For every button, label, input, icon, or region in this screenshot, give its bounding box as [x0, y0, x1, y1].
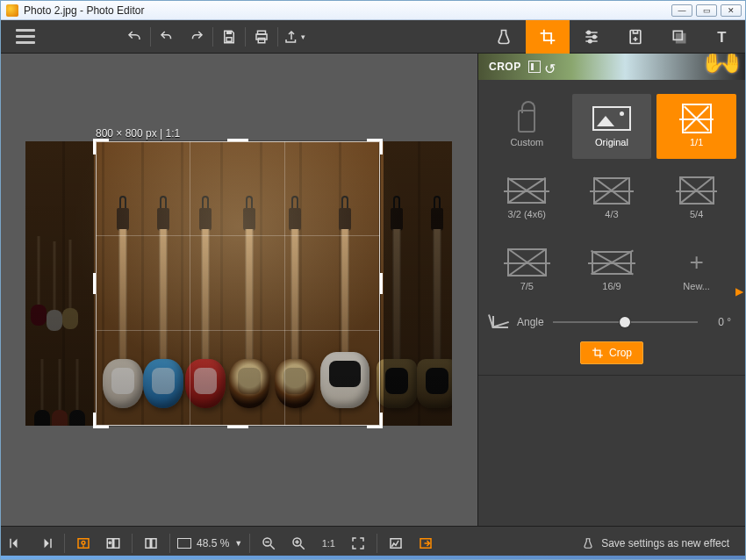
zoom-level-dropdown[interactable]: 48.5 % ▼ [177, 537, 242, 549]
angle-label: Angle [517, 316, 544, 328]
share-menu-button[interactable]: ▾ [280, 24, 309, 50]
window-minimize-button[interactable]: — [671, 4, 692, 17]
ratio-label: 3/2 (4x6) [508, 209, 546, 219]
mode-tab-text[interactable]: T [701, 20, 745, 54]
crop-handle-bl[interactable] [93, 413, 109, 428]
crop-handle-l[interactable] [93, 273, 109, 294]
flask-icon [582, 536, 594, 550]
ratio-tile-16_9[interactable]: 16/9 [572, 238, 652, 303]
app-icon [6, 4, 18, 17]
crop-apply-button[interactable]: Crop [580, 341, 643, 364]
zoom-100-button[interactable]: 1:1 [313, 530, 343, 556]
menu-button[interactable] [1, 20, 50, 53]
crop-handle-t[interactable] [227, 139, 248, 154]
crop-handle-r[interactable] [367, 273, 383, 294]
zoom-level-value: 48.5 % [197, 537, 229, 549]
ratio-tile-7_5[interactable]: 7/5 [487, 238, 567, 303]
undo-all-button[interactable] [120, 24, 148, 50]
ratio-glyph-7_5 [506, 249, 547, 276]
panel-title: CROP [489, 61, 521, 73]
zoom-out-button[interactable] [254, 530, 283, 556]
ratio-glyph-4_3 [592, 177, 632, 204]
ratio-tile-custom[interactable]: Custom [487, 94, 567, 159]
svg-rect-19 [146, 538, 150, 548]
top-toolbar: ▾ [1, 20, 745, 54]
histogram-button[interactable] [381, 530, 411, 556]
zoom-level-icon [177, 538, 191, 549]
crop-handle-tr[interactable] [367, 139, 383, 154]
crop-dimensions-label: 800 × 800 px | 1:1 [96, 127, 180, 140]
canvas-area[interactable]: 800 × 800 px | 1:1 [1, 54, 477, 526]
zoom-in-button[interactable] [283, 530, 313, 556]
window-titlebar: Photo 2.jpg - Photo Editor — ▭ ✕ [1, 1, 745, 20]
ratio-label: 4/3 [605, 209, 618, 219]
svg-point-7 [589, 39, 592, 42]
svg-rect-12 [10, 538, 11, 548]
ratio-tile-3_2[interactable]: 3/2 (4x6) [487, 166, 567, 231]
crop-handle-tl[interactable] [93, 139, 109, 154]
single-view-button[interactable] [68, 530, 98, 556]
panel-expand-arrow[interactable]: ▶ [734, 282, 745, 301]
mode-tab-adjust[interactable] [570, 20, 613, 54]
ratio-glyph-3_2 [506, 177, 547, 204]
ratio-glyph-16_9 [592, 249, 632, 276]
navigator-button[interactable] [411, 530, 441, 556]
redo-button[interactable] [183, 24, 211, 50]
photo[interactable] [25, 141, 452, 426]
ratio-tile-original[interactable]: Original [572, 94, 652, 159]
panel-header: CROP ↺ ✋🤚 [478, 54, 745, 80]
compare-view-button[interactable] [98, 530, 128, 556]
mode-tab-crop[interactable] [526, 20, 570, 54]
side-panel: CROP ↺ ✋🤚 CustomOriginal1/13/2 (4x6)4/35… [477, 54, 745, 526]
panel-header-art: ✋🤚 [701, 54, 738, 75]
ratio-label: New... [683, 281, 710, 291]
bottom-toolbar: 48.5 % ▼ 1:1 Save settings as new effect [1, 526, 745, 559]
ratio-label: Custom [510, 137, 543, 147]
ratio-tile-5_4[interactable]: 5/4 [656, 166, 736, 231]
ratio-glyph-original [592, 105, 632, 132]
svg-point-18 [109, 542, 111, 543]
prev-image-button[interactable] [1, 530, 31, 556]
ratio-label: 16/9 [602, 281, 620, 291]
svg-rect-1 [226, 37, 232, 41]
mode-tab-overlays[interactable] [657, 20, 701, 54]
crop-frame[interactable] [96, 141, 380, 426]
ratio-tile-4_3[interactable]: 4/3 [572, 166, 652, 231]
crop-handle-br[interactable] [367, 413, 383, 428]
zoom-fit-button[interactable] [343, 530, 373, 556]
window-close-button[interactable]: ✕ [721, 4, 742, 17]
angle-slider[interactable] [553, 315, 698, 329]
svg-point-6 [593, 35, 596, 38]
undo-button[interactable] [153, 24, 181, 50]
svg-text:T: T [717, 29, 726, 46]
print-button[interactable] [247, 24, 276, 50]
crop-handle-b[interactable] [227, 413, 248, 428]
ratio-glyph-1_1 [677, 105, 717, 132]
ratio-label: Original [595, 137, 628, 147]
ratio-tile-new[interactable]: +New... [656, 238, 736, 303]
crop-button-label: Crop [609, 347, 632, 359]
svg-rect-0 [226, 31, 232, 34]
split-view-button[interactable] [136, 530, 166, 556]
os-taskbar-strip [1, 556, 745, 559]
save-effect-button[interactable]: Save settings as new effect [601, 537, 729, 549]
mode-tab-develop[interactable] [482, 20, 526, 54]
window-maximize-button[interactable]: ▭ [696, 4, 717, 17]
svg-point-5 [587, 31, 590, 33]
angle-value: 0 ° [707, 316, 731, 328]
mode-tab-effects[interactable] [613, 20, 657, 54]
ratio-glyph-5_4 [677, 177, 717, 204]
ratio-grid: CustomOriginal1/13/2 (4x6)4/35/47/516/9+… [478, 80, 745, 310]
svg-point-15 [82, 541, 85, 544]
ratio-label: 7/5 [520, 281, 534, 291]
ratio-tile-1_1[interactable]: 1/1 [656, 94, 736, 159]
next-image-button[interactable] [31, 530, 61, 556]
ratio-glyph-new: + [677, 249, 717, 276]
svg-rect-10 [677, 34, 685, 43]
panel-header-icons: ↺ [528, 61, 556, 73]
svg-rect-13 [50, 538, 52, 548]
svg-rect-17 [114, 538, 119, 548]
window-title: Photo 2.jpg - Photo Editor [24, 4, 144, 17]
svg-rect-20 [152, 538, 156, 548]
save-button[interactable] [215, 24, 243, 50]
